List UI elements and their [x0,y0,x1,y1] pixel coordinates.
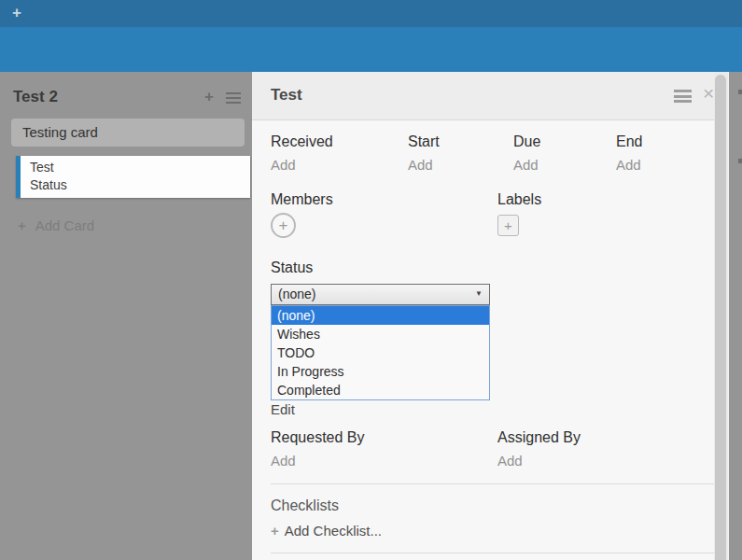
status-option-todo[interactable]: TODO [272,343,489,362]
add-member-button[interactable]: + [271,213,296,238]
add-checklist-label: Add Checklist... [285,523,382,539]
requested-by-field: Requested By Add [271,429,365,469]
field-label: Start [408,133,440,150]
status-edit-link[interactable]: Edit [271,401,295,417]
date-field-received: Received Add [271,133,333,173]
list-add-card-icon[interactable]: + [204,88,214,106]
clipped-sidebar-icon [738,90,742,94]
card-test-selected[interactable]: Test Status [16,156,250,198]
status-dropdown-list: (none) Wishes TODO In Progress Completed [271,305,490,400]
add-assigned-by-link[interactable]: Add [497,453,581,469]
plus-icon: + [18,217,26,233]
field-label: Received [271,133,333,150]
mini-card-subtitle: Status [30,176,250,194]
add-checklist-button[interactable]: +Add Checklist... [271,523,382,539]
add-requested-by-link[interactable]: Add [271,453,365,469]
close-icon[interactable]: × [703,82,714,105]
card-detail-panel: Test × Received Add Start Add Due Add En… [252,72,728,560]
list-menu-icon[interactable] [226,91,241,107]
hamburger-icon [226,92,241,104]
requested-by-label: Requested By [271,429,365,446]
add-received-date-link[interactable]: Add [271,157,333,173]
chevron-down-icon: ▼ [475,289,483,298]
assigned-by-label: Assigned By [497,429,581,446]
checklists-label: Checklists [271,497,339,514]
status-option-none[interactable]: (none) [272,306,489,325]
status-selected-value: (none) [278,287,315,301]
assigned-by-field: Assigned By Add [497,429,581,469]
scrollbar-thumb[interactable] [715,75,726,560]
labels-label: Labels [497,191,541,208]
status-select[interactable]: (none) ▼ [271,284,490,305]
date-field-end: End Add [616,133,642,173]
status-option-completed[interactable]: Completed [272,381,489,399]
card-menu-button[interactable] [674,90,692,106]
mini-card-title: Test [30,159,250,176]
status-option-wishes[interactable]: Wishes [272,325,489,343]
field-label: Due [513,133,540,150]
add-card-button[interactable]: +Add Card [18,217,94,233]
members-label: Members [271,191,333,208]
divider [271,483,714,484]
plus-icon: + [271,523,279,539]
add-start-date-link[interactable]: Add [408,157,440,173]
right-edge-strip [728,72,742,560]
panel-header: Test × [252,72,728,120]
divider [271,553,714,553]
status-label: Status [271,259,313,276]
add-due-date-link[interactable]: Add [513,157,540,173]
top-navbar: + [0,0,742,27]
card-detail-title[interactable]: Test [271,86,302,105]
add-label-button[interactable]: + [497,215,519,236]
add-board-icon[interactable]: + [12,4,21,22]
date-field-start: Start Add [408,133,440,173]
status-option-in-progress[interactable]: In Progress [272,362,489,381]
list-title[interactable]: Test 2 [13,88,58,106]
clipped-sidebar-icon [738,159,742,163]
card-testing-card[interactable]: Testing card [11,119,245,147]
date-field-due: Due Add [513,133,540,173]
app-screen: + Test 2 + Testing card Test Status +Add… [0,0,742,560]
board-header-bar [0,27,742,72]
panel-scrollbar [714,72,728,560]
hamburger-icon [674,90,692,103]
card-title: Testing card [11,119,245,147]
add-end-date-link[interactable]: Add [616,157,642,173]
field-label: End [616,133,642,150]
add-card-label: Add Card [35,217,94,233]
